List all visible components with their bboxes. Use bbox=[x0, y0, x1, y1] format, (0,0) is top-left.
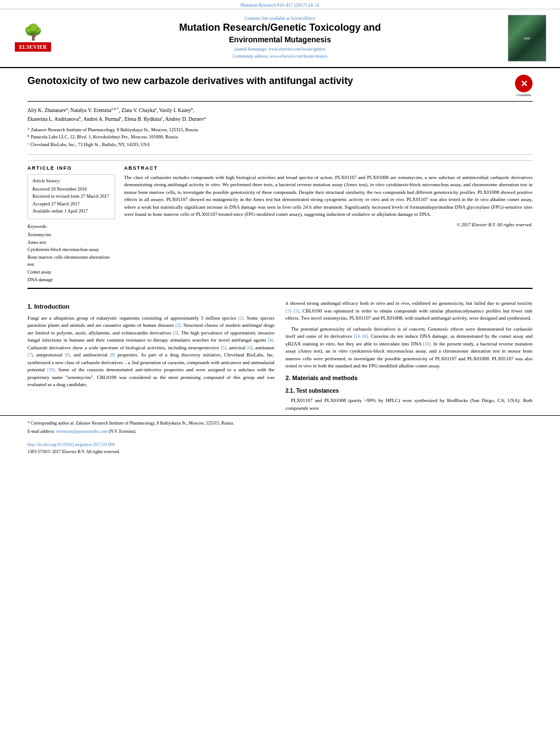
footnote-section: * Corresponding author at: Zakusov Resea… bbox=[0, 415, 560, 439]
affiliation-b: ᵇ Panacela Labs LLC, 12, Blvd. 1, Krivok… bbox=[27, 133, 533, 141]
journal-citation-bar: Mutation Research 816–817 (2017) 24–31 bbox=[0, 0, 560, 9]
crossmark-label: CrossMark bbox=[515, 93, 533, 97]
body-columns: 1. Introduction Fungi are a ubiquitous g… bbox=[0, 300, 560, 415]
section2-heading: 2. Materials and methods bbox=[285, 373, 533, 383]
journal-cover-image: MR bbox=[508, 15, 546, 62]
community-url[interactable]: www.elsevier.com/locate/mutres bbox=[270, 54, 327, 59]
keyword-1: Xenomycins bbox=[27, 231, 115, 239]
homepage-url[interactable]: www.elsevier.com/locate/gentox bbox=[268, 47, 326, 52]
footnote-asterisk: * Corresponding author at: Zakusov Resea… bbox=[27, 420, 533, 427]
affiliation-c: ᶜ Cleveland BioLabs, Inc., 73 High St., … bbox=[27, 141, 533, 149]
intro-para2: it showed strong antifungal efficacy bot… bbox=[285, 300, 533, 322]
contents-text: Contents lists available at bbox=[245, 16, 290, 21]
author-andrianova: Ekaterina L. Andrianovab, Andrei A. Purm… bbox=[27, 116, 206, 122]
journal-title: Mutation Research/Genetic Toxicology and bbox=[61, 22, 499, 34]
keyword-6: DNA damage bbox=[27, 276, 115, 284]
article-title: Genotoxicity of two new carbazole deriva… bbox=[27, 75, 509, 87]
available-date: Available online 1 April 2017 bbox=[32, 208, 110, 215]
keywords-label: Keywords: bbox=[27, 224, 115, 229]
elsevier-logo-section: 🌳 ELSEVIER bbox=[11, 25, 55, 52]
body-column-left: 1. Introduction Fungi are a ubiquitous g… bbox=[27, 300, 275, 415]
article-info-heading: ARTICLE INFO bbox=[27, 165, 115, 171]
section2-1-num: 2.1. bbox=[285, 388, 295, 394]
doi-link[interactable]: http://dx.doi.org/10.1016/j.mrgentox.201… bbox=[27, 441, 533, 449]
synthesized-word: synthesized bbox=[27, 360, 51, 365]
issn-notice: 1383-5718/© 2017 Elsevier B.V. All right… bbox=[27, 449, 533, 454]
email-name: (N.V. Eremina). bbox=[109, 429, 137, 434]
email-label: E-mail address: bbox=[27, 429, 55, 434]
section1-title: Introduction bbox=[34, 303, 69, 310]
elsevier-wordmark: ELSEVIER bbox=[15, 42, 52, 52]
footnote-email: E-mail address: neremina@panacelalabs.co… bbox=[27, 428, 533, 435]
affiliations: ᵃ Zakusov Research Institute of Pharmaco… bbox=[27, 126, 533, 149]
section2-1-heading: 2.1. Test substances bbox=[285, 387, 533, 395]
crossmark-section: ✕ CrossMark bbox=[515, 75, 533, 97]
section2-1-title: Test substances bbox=[296, 388, 339, 394]
keyword-3: Cytokinesis-block micronucleus assay bbox=[27, 246, 115, 254]
journal-header: 🌳 ELSEVIER Contents lists available at S… bbox=[0, 9, 560, 68]
footer-links: http://dx.doi.org/10.1016/j.mrgentox.201… bbox=[0, 439, 560, 458]
email-address[interactable]: neremina@panacelalabs.com bbox=[56, 429, 108, 434]
revised-date: Received in revised form 27 March 2017 bbox=[32, 193, 110, 200]
article-history-box: Article history: Received 10 November 20… bbox=[27, 174, 115, 219]
contents-line: Contents lists available at ScienceDirec… bbox=[61, 16, 499, 21]
received-date: Received 10 November 2016 bbox=[32, 186, 110, 193]
body-column-right: it showed strong antifungal efficacy bot… bbox=[285, 300, 533, 415]
intro-para3: The potential genotoxicity of carbazole … bbox=[285, 326, 533, 370]
article-info-column: ARTICLE INFO Article history: Received 1… bbox=[27, 165, 115, 284]
authors-line: Aliy K. Zhanataeva, Natalya V. Ereminaa,… bbox=[27, 106, 533, 123]
journal-links: journal homepage: www.elsevier.com/locat… bbox=[61, 46, 499, 60]
elsevier-tree-icon: 🌳 bbox=[11, 25, 55, 40]
section2-num: 2. bbox=[285, 375, 290, 381]
history-label: Article history: bbox=[32, 178, 110, 183]
section-divider bbox=[27, 154, 533, 155]
crossmark-icon[interactable]: ✕ bbox=[515, 75, 533, 92]
abstract-column: ABSTRACT The class of carbazoles include… bbox=[124, 165, 533, 284]
info-abstract-columns: ARTICLE INFO Article history: Received 1… bbox=[27, 160, 533, 284]
intro-para4: PLX01107 and PLX01008 (purity >99% by HP… bbox=[285, 397, 533, 412]
keywords-box: Keywords: Xenomycins Ames test Cytokines… bbox=[27, 224, 115, 283]
keyword-2: Ames test bbox=[27, 239, 115, 247]
copyright-notice: © 2017 Elsevier B.V. All rights reserved… bbox=[124, 222, 533, 227]
sciencedirect-link[interactable]: ScienceDirect bbox=[291, 16, 316, 21]
accepted-date: Accepted 27 March 2017 bbox=[32, 200, 110, 208]
affiliation-a: ᵃ Zakusov Research Institute of Pharmaco… bbox=[27, 126, 533, 134]
abstract-text: The class of carbazoles includes compoun… bbox=[124, 174, 533, 219]
main-divider bbox=[27, 288, 533, 289]
journal-info-center: Contents lists available at ScienceDirec… bbox=[61, 16, 499, 60]
section2-title: Materials and methods bbox=[292, 375, 357, 381]
article-content: Genotoxicity of two new carbazole deriva… bbox=[0, 68, 560, 300]
journal-citation: Mutation Research 816–817 (2017) 24–31 bbox=[240, 2, 320, 8]
journal-subtitle: Environmental Mutagenesis bbox=[61, 35, 499, 44]
keyword-4: Bone marrow cells chromosome aberrations… bbox=[27, 254, 115, 269]
intro-para1: Fungi are a ubiquitous group of eukaryot… bbox=[27, 315, 275, 389]
community-label: Community address: bbox=[233, 54, 269, 59]
author-zhanataev: Aliy K. Zhanataeva, Natalya V. Ereminaa,… bbox=[27, 108, 194, 113]
page: Mutation Research 816–817 (2017) 24–31 🌳… bbox=[0, 0, 560, 742]
homepage-label: journal homepage: bbox=[234, 47, 267, 52]
footnote-asterisk-text: * Corresponding author at: Zakusov Resea… bbox=[27, 421, 234, 426]
journal-thumbnail-section: MR bbox=[505, 15, 549, 62]
section1-num: 1. bbox=[27, 303, 32, 310]
article-title-section: Genotoxicity of two new carbazole deriva… bbox=[27, 75, 533, 102]
section1-heading: 1. Introduction bbox=[27, 302, 275, 311]
keyword-5: Comet assay bbox=[27, 269, 115, 276]
abstract-heading: ABSTRACT bbox=[124, 165, 533, 171]
